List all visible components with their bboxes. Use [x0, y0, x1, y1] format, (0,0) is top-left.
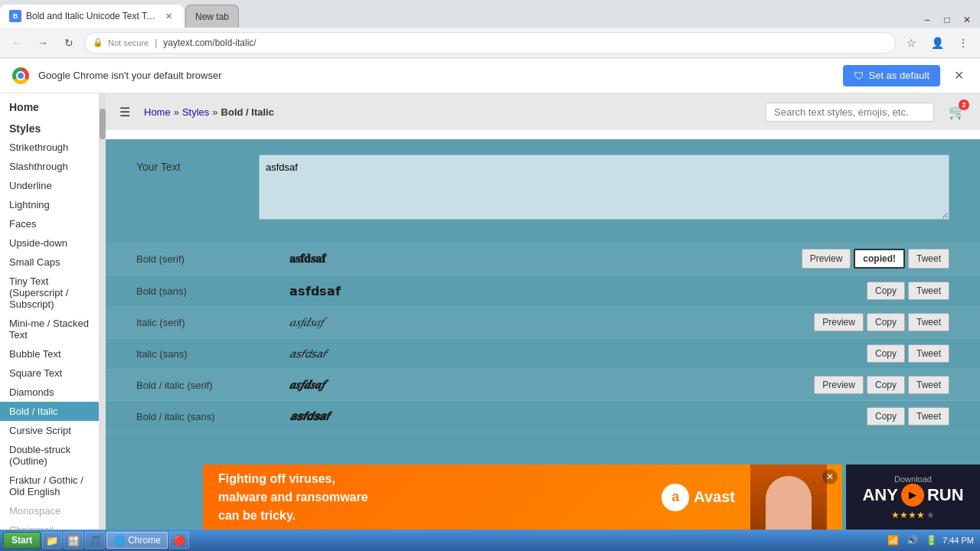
refresh-button[interactable]: ↻	[58, 32, 80, 54]
right-ad-content: Download ANY ▶ RUN ★★★★★	[862, 474, 963, 520]
scrollbar-thumb[interactable]	[100, 109, 106, 139]
ad-brand: a Avast	[662, 484, 735, 511]
tweet-bold-italic-serif-button[interactable]: Tweet	[908, 376, 949, 394]
ad-content: Fighting off viruses,malware and ransomw…	[218, 470, 662, 525]
style-name-bold-serif: Bold (serif)	[136, 253, 289, 265]
sidebar-home-link[interactable]: Home	[0, 93, 99, 118]
style-name-bold-italic-serif: Bold / italic (serif)	[136, 380, 289, 391]
back-button[interactable]: ←	[6, 32, 28, 54]
person-silhouette	[766, 476, 812, 530]
copy-bold-sans-button[interactable]: Copy	[867, 282, 905, 300]
volume-icon: 🔊	[904, 535, 920, 546]
style-name-bold-sans: Bold (sans)	[136, 285, 289, 297]
sidebar-item-mini-me[interactable]: Mini-me / Stacked Text	[0, 314, 99, 344]
bookmark-button[interactable]: ☆	[900, 32, 922, 54]
right-ad-text: Download ANY ▶ RUN ★★★★★	[862, 474, 963, 520]
taskbar-icon-explorer[interactable]: 📁	[42, 532, 62, 549]
sidebar-item-bubble-text[interactable]: Bubble Text	[0, 344, 99, 364]
chrome-logo-icon	[12, 67, 29, 84]
address-bar: ← → ↻ 🔒 Not secure | yaytext.com/bold-it…	[0, 28, 980, 58]
right-ad-suffix: RUN	[927, 485, 964, 505]
sidebar-item-tiny-text[interactable]: Tiny Text (Superscript / Subscript)	[0, 272, 99, 314]
copy-italic-serif-button[interactable]: Copy	[867, 313, 905, 331]
breadcrumb-styles[interactable]: Styles	[182, 106, 209, 118]
taskbar-icon-antivirus[interactable]: 🔴	[169, 532, 189, 549]
styles-table: Bold (serif) 𝐚𝐬𝐟𝐝𝐬𝐚𝐟 Preview copied! Twe…	[106, 243, 980, 432]
right-ad-prefix: Download	[894, 474, 932, 484]
preview-italic-serif-button[interactable]: Preview	[814, 313, 864, 331]
style-preview-bold-italic-serif: 𝒂𝒔𝒇𝒅𝒔𝒂𝒇	[289, 378, 814, 392]
sidebar-item-diamonds[interactable]: Diamonds	[0, 383, 99, 402]
new-tab-button[interactable]: New tab	[185, 5, 239, 28]
style-preview-bold-italic-sans: 𝙖𝙨𝙛𝙙𝙨𝙖𝙛	[289, 409, 867, 423]
tweet-bold-italic-sans-button[interactable]: Tweet	[908, 407, 949, 425]
sidebar: Home Styles Strikethrough Slashthrough U…	[0, 93, 100, 551]
sidebar-styles-title: Styles	[0, 118, 99, 138]
sidebar-item-cursive[interactable]: Cursive Script	[0, 421, 99, 440]
ad-close-button[interactable]: ✕	[822, 469, 838, 484]
tweet-bold-sans-button[interactable]: Tweet	[908, 282, 949, 300]
preview-bold-italic-serif-button[interactable]: Preview	[814, 376, 864, 394]
sidebar-item-square-text[interactable]: Square Text	[0, 364, 99, 383]
sidebar-item-strikethrough[interactable]: Strikethrough	[0, 138, 99, 157]
sidebar-item-lightning[interactable]: Lightning	[0, 195, 99, 214]
window-controls: – □ ✕	[917, 12, 980, 28]
sidebar-item-underline[interactable]: Underline	[0, 176, 99, 195]
sidebar-item-fraktur[interactable]: Fraktur / Gothic / Old English	[0, 471, 99, 501]
copy-bold-italic-sans-button[interactable]: Copy	[867, 407, 905, 425]
taskbar-icon-chrome[interactable]: 🌐 Chrome	[106, 532, 168, 549]
sidebar-scrollbar[interactable]	[100, 93, 106, 551]
breadcrumb-current: Bold / Italic	[221, 106, 274, 118]
tab-title: Bold and Italic Unicode Text Tool - ...	[26, 11, 158, 21]
maximize-button[interactable]: □	[937, 12, 957, 28]
copy-bold-italic-serif-button[interactable]: Copy	[867, 376, 905, 394]
copy-italic-sans-button[interactable]: Copy	[867, 344, 905, 363]
tweet-italic-sans-button[interactable]: Tweet	[908, 344, 949, 363]
star-rating: ★★★★★	[891, 510, 935, 520]
forward-button[interactable]: →	[32, 32, 54, 54]
url-bar[interactable]: 🔒 Not secure | yaytext.com/bold-italic/	[84, 32, 896, 54]
network-icon: 📶	[885, 535, 901, 546]
your-text-label: Your Text	[136, 155, 243, 173]
text-input[interactable]: asfdsaf	[259, 155, 949, 220]
active-tab[interactable]: B Bold and Italic Unicode Text Tool - ..…	[0, 5, 184, 28]
sidebar-item-faces[interactable]: Faces	[0, 214, 99, 233]
avast-logo-icon: a	[662, 484, 689, 511]
minimize-button[interactable]: –	[917, 12, 937, 28]
account-button[interactable]: 👤	[926, 32, 948, 54]
sidebar-item-upside-down[interactable]: Upside-down	[0, 233, 99, 253]
search-input[interactable]	[766, 103, 934, 122]
style-preview-italic-sans: 𝘢𝘴𝘧𝘥𝘴𝘢𝘧	[289, 347, 867, 360]
taskbar-icon-media[interactable]: 🎵	[85, 532, 105, 549]
menu-button[interactable]: ⋮	[952, 32, 974, 54]
taskbar-icon-browser-1[interactable]: 🪟	[64, 532, 83, 549]
tweet-italic-serif-button[interactable]: Tweet	[908, 313, 949, 331]
style-name-italic-serif: Italic (serif)	[136, 317, 289, 328]
tab-close-button[interactable]: ✕	[162, 10, 175, 22]
style-name-italic-sans: Italic (sans)	[136, 348, 289, 360]
sidebar-item-bold-italic[interactable]: Bold / Italic	[0, 402, 99, 421]
table-row: Bold / italic (sans) 𝙖𝙨𝙛𝙙𝙨𝙖𝙛 Copy Tweet	[106, 401, 980, 432]
tweet-bold-serif-button[interactable]: Tweet	[908, 249, 949, 269]
hamburger-button[interactable]: ☰	[115, 102, 135, 122]
start-button[interactable]: Start	[3, 532, 41, 549]
breadcrumb-home[interactable]: Home	[144, 106, 171, 118]
sidebar-item-small-caps[interactable]: Small Caps	[0, 253, 99, 272]
style-actions-bold-serif: Preview copied! Tweet	[802, 249, 949, 269]
sidebar-item-double-struck[interactable]: Double-struck (Outline)	[0, 440, 99, 471]
play-icon: ▶	[901, 484, 924, 507]
table-row: Bold (sans) 𝗮𝘀𝗳𝗱𝘀𝗮𝗳 Copy Tweet	[106, 276, 980, 307]
notification-text: Google Chrome isn't your default browser	[38, 70, 834, 81]
cart-button[interactable]: 🛒 2	[943, 98, 971, 126]
right-ad-name-row: ANY ▶ RUN	[862, 484, 963, 507]
copy-bold-serif-button[interactable]: copied!	[854, 249, 905, 269]
style-preview-italic-serif: 𝑎𝑠𝑓𝑑𝑠𝑎𝑓	[289, 315, 814, 329]
set-default-button[interactable]: 🛡 Set as default	[843, 65, 941, 86]
sidebar-item-monospace[interactable]: Monospace	[0, 501, 99, 520]
close-button[interactable]: ✕	[957, 12, 977, 28]
preview-bold-serif-button[interactable]: Preview	[802, 249, 851, 269]
sidebar-item-slashthrough[interactable]: Slashthrough	[0, 157, 99, 176]
notification-close-button[interactable]: ✕	[949, 67, 968, 85]
ad-brand-name: Avast	[694, 488, 735, 506]
right-ad-name: ANY	[862, 485, 897, 505]
